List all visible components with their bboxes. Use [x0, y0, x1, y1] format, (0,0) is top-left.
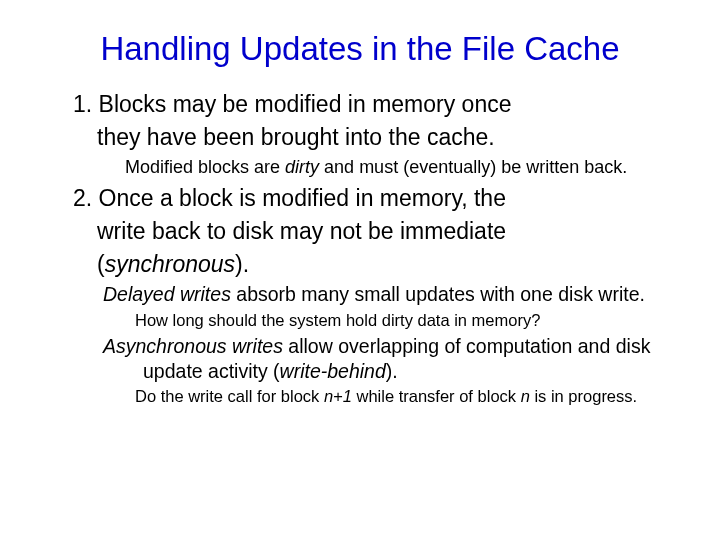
- point-2-line-1: 2. Once a block is modified in memory, t…: [45, 184, 675, 213]
- p2-c-sync: synchronous: [105, 251, 235, 277]
- slide-title: Handling Updates in the File Cache: [45, 30, 675, 68]
- aw-wb: write-behind: [280, 360, 386, 382]
- p2-c-close: ).: [235, 251, 249, 277]
- aw-detail: Do the write call for block n+1 while tr…: [45, 386, 675, 407]
- aw-em: Asynchronous writes: [103, 335, 283, 357]
- aw-rest-b: ).: [386, 360, 398, 382]
- aw-sub-c: is in progress.: [530, 387, 637, 405]
- p1-sub-b: and must (eventually) be written back.: [319, 157, 627, 177]
- delayed-writes-line: Delayed writes absorb many small updates…: [45, 282, 675, 306]
- p1-sub-dirty: dirty: [285, 157, 319, 177]
- p2-c-open: (: [97, 251, 105, 277]
- aw-sub-a: Do the write call for block: [135, 387, 324, 405]
- dw-rest: absorb many small updates with one disk …: [231, 283, 645, 305]
- aw-sub-n1: n+1: [324, 387, 352, 405]
- point-2-line-3: (synchronous).: [45, 250, 675, 279]
- p1-sub-a: Modified blocks are: [125, 157, 285, 177]
- point-1-line-1: 1. Blocks may be modified in memory once: [45, 90, 675, 119]
- dw-question: How long should the system hold dirty da…: [45, 310, 675, 331]
- slide: Handling Updates in the File Cache 1. Bl…: [0, 0, 720, 431]
- aw-sub-n2: n: [521, 387, 530, 405]
- aw-sub-b: while transfer of block: [352, 387, 521, 405]
- async-writes-line: Asynchronous writes allow overlapping of…: [45, 334, 675, 383]
- dw-em: Delayed writes: [103, 283, 231, 305]
- point-2-line-2: write back to disk may not be immediate: [45, 217, 675, 246]
- point-1-sub: Modified blocks are dirty and must (even…: [45, 156, 675, 179]
- point-1-line-2: they have been brought into the cache.: [45, 123, 675, 152]
